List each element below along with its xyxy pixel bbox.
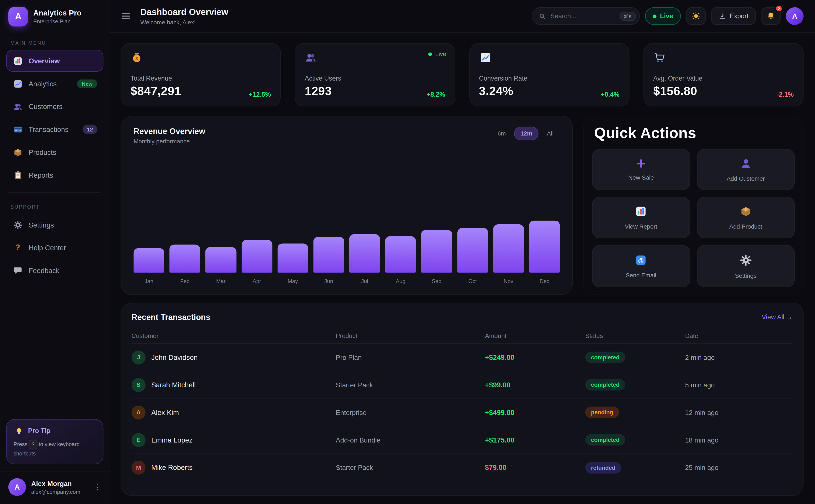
stat-card-active-users[interactable]: Live Active Users 1293 +8.2% [295, 43, 455, 106]
column-header: Date [685, 332, 793, 339]
tx-avatar: E [131, 433, 145, 447]
top-bar: Dashboard Overview Welcome back, Alex! S… [110, 0, 815, 33]
theme-toggle-button[interactable] [686, 7, 706, 25]
question-key: ? [28, 440, 38, 449]
stat-card-total-revenue[interactable]: $ Total Revenue $847,291 +12.5% [120, 43, 281, 106]
table-header: Customer Product Amount Status Date [131, 328, 793, 344]
sidebar-item-products[interactable]: Products [6, 141, 103, 163]
brand-logo: A [8, 7, 28, 27]
chart-bar[interactable] [421, 230, 452, 273]
credit-card-icon [13, 124, 23, 134]
table-row[interactable]: S Sarah Mitchell Starter Pack +$99.00 co… [131, 371, 793, 399]
sidebar-item-reports[interactable]: Reports [6, 164, 103, 186]
range-button-12m[interactable]: 12m [514, 127, 539, 140]
chart-bar[interactable] [278, 244, 308, 273]
table-row[interactable]: M Mike Roberts Starter Pack $79.00 refun… [131, 454, 793, 481]
sidebar-user[interactable]: A Alex Morgan alex@company.com ⋮ [0, 472, 110, 504]
table-row[interactable]: J John Davidson Pro Plan +$249.00 comple… [131, 344, 793, 371]
chart-bar[interactable] [529, 221, 560, 273]
cart-icon [653, 51, 666, 64]
user-name: Alex Morgan [31, 480, 80, 487]
profile-avatar[interactable]: A [786, 7, 804, 25]
table-row[interactable]: E Emma Lopez Add-on Bundle +$175.00 comp… [131, 426, 793, 454]
x-tick: Aug [385, 278, 416, 284]
chart-bar[interactable] [169, 244, 200, 272]
range-button-all[interactable]: All [540, 127, 560, 140]
sidebar-item-label: Reports [29, 171, 97, 179]
sidebar-item-customers[interactable]: Customers [6, 96, 103, 117]
chart-bar[interactable] [206, 247, 236, 273]
notification-count-badge: 2 [775, 5, 783, 13]
x-tick: Mar [206, 278, 236, 284]
search-input[interactable]: Search... ⌘K [532, 7, 640, 25]
stat-label: Active Users [305, 75, 445, 82]
page-title: Dashboard Overview [140, 7, 228, 17]
settings-button[interactable]: Settings [697, 245, 795, 287]
svg-text:$: $ [135, 56, 138, 61]
status-badge: completed [585, 352, 626, 363]
status-badge: refunded [585, 462, 621, 473]
clipboard-icon [13, 170, 23, 180]
sidebar-item-label: Transactions [29, 125, 77, 133]
chart-bar[interactable] [385, 236, 416, 272]
package-icon [740, 205, 752, 218]
chart-bar[interactable] [242, 240, 272, 272]
product-name: Starter Pack [336, 464, 485, 472]
pro-tip-text: Press?to view keyboard shortcuts [14, 440, 96, 458]
gear-icon [13, 220, 23, 230]
sidebar-item-label: Analytics [29, 80, 71, 88]
money-bag-icon: $ [130, 51, 143, 64]
x-tick: Oct [457, 278, 488, 284]
stat-label: Total Revenue [130, 75, 271, 82]
send-email-button[interactable]: @ Send Email [592, 245, 690, 287]
export-button[interactable]: Export [711, 7, 756, 25]
chart-bar[interactable] [457, 228, 488, 273]
table-row[interactable]: A Alex Kim Enterprise +$499.00 pending 1… [131, 399, 793, 426]
sidebar-item-label: Products [29, 148, 97, 156]
sun-icon [691, 11, 701, 21]
brand-plan: Enterprise Plan [33, 18, 81, 24]
chart-bar[interactable] [313, 237, 344, 273]
add-product-button[interactable]: Add Product [697, 197, 795, 238]
sidebar-item-analytics[interactable]: Analytics New [6, 73, 103, 95]
chart-bar[interactable] [133, 248, 164, 273]
tx-amount: +$249.00 [485, 353, 585, 361]
section-label-main-menu: MAIN MENU [0, 34, 110, 49]
stat-label: Conversion Rate [479, 75, 620, 82]
chart-bar[interactable] [493, 224, 524, 273]
product-name: Add-on Bundle [336, 436, 485, 444]
new-badge: New [77, 79, 97, 88]
search-shortcut: ⌘K [620, 12, 636, 21]
x-tick: May [278, 278, 308, 284]
chart-bar[interactable] [349, 234, 380, 272]
sidebar-item-help-center[interactable]: ? Help Center [6, 237, 103, 259]
sidebar-item-feedback[interactable]: Feedback [6, 260, 103, 281]
customer-name: John Davidson [151, 353, 198, 361]
sidebar-item-overview[interactable]: Overview [6, 50, 103, 72]
bar-chart-icon [635, 205, 647, 218]
plus-icon: + [636, 158, 646, 169]
more-options-icon[interactable]: ⋮ [94, 483, 101, 491]
stat-card-conversion-rate[interactable]: Conversion Rate 3.24% +0.4% [469, 43, 629, 106]
product-name: Pro Plan [336, 353, 485, 361]
x-tick: Jul [349, 278, 380, 284]
sidebar-item-transactions[interactable]: Transactions 12 [6, 118, 103, 140]
quick-actions-title: Quick Actions [594, 125, 795, 142]
sidebar-item-settings[interactable]: Settings [6, 214, 103, 236]
stat-value: $156.80 [653, 84, 697, 98]
bell-icon [766, 11, 776, 21]
hamburger-menu-icon[interactable] [119, 11, 132, 21]
stat-change: -2.1% [777, 91, 794, 98]
person-icon [740, 157, 752, 170]
tx-amount: $79.00 [485, 464, 585, 472]
view-all-link[interactable]: View All → [762, 314, 793, 321]
time-range-selector: 6m 12m All [491, 127, 560, 140]
live-status-button[interactable]: Live [645, 7, 681, 25]
sidebar-item-label: Settings [29, 221, 97, 229]
notifications-button[interactable]: 2 [761, 7, 781, 25]
new-sale-button[interactable]: + New Sale [592, 149, 690, 190]
range-button-6m[interactable]: 6m [491, 127, 512, 140]
view-report-button[interactable]: View Report [592, 197, 690, 238]
add-customer-button[interactable]: Add Customer [697, 149, 795, 190]
stat-card-avg-order-value[interactable]: Avg. Order Value $156.80 -2.1% [643, 43, 804, 106]
